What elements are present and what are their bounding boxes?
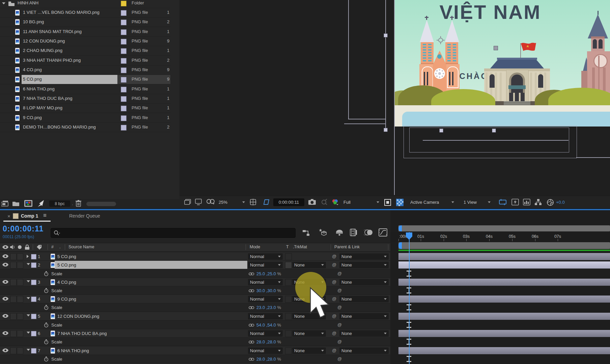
search-input[interactable] xyxy=(51,228,296,238)
frame-blending-icon[interactable] xyxy=(350,228,358,236)
source-name-column-header[interactable]: Source Name xyxy=(68,245,94,249)
label-swatch[interactable] xyxy=(121,39,127,45)
layer-row[interactable]: 6 7 NHA THO DUC BA.png Normal None @ Non… xyxy=(0,329,390,338)
composition-mini-flowchart-icon[interactable] xyxy=(302,229,311,236)
scale-property-row[interactable]: Scale 28.0 ,28.0 % @ xyxy=(0,338,390,346)
layer-duration-bar[interactable] xyxy=(398,330,610,337)
audio-column-icon[interactable] xyxy=(10,245,15,249)
scale-value[interactable]: 25.0 ,25.0 % xyxy=(256,271,281,276)
stopwatch-icon[interactable] xyxy=(44,305,49,310)
audio-cell[interactable] xyxy=(10,347,17,354)
stopwatch-icon[interactable] xyxy=(44,357,49,362)
tab-comp-1[interactable]: Comp 1 xyxy=(21,213,38,219)
link-dimensions-icon[interactable] xyxy=(249,272,254,276)
snapshot-camera-icon[interactable] xyxy=(308,199,316,205)
link-dimensions-icon[interactable] xyxy=(249,358,254,361)
graph-editor-icon[interactable] xyxy=(379,228,387,236)
rocket-icon[interactable] xyxy=(37,200,45,207)
chevron-down-icon[interactable] xyxy=(27,314,30,316)
pickwhip-icon[interactable]: @ xyxy=(332,262,336,267)
lock-cell[interactable] xyxy=(17,279,23,286)
parent-dropdown[interactable]: None xyxy=(339,330,389,337)
file-row[interactable]: 7 NHA THO DUC BA.png PNG file 1 xyxy=(0,94,170,104)
link-dimensions-icon[interactable] xyxy=(249,306,254,309)
layer-row[interactable]: 7 6 NHA THO.png Normal None @ None xyxy=(0,346,390,355)
trkmat-column-header[interactable]: .TrkMat xyxy=(293,245,307,249)
lock-cell[interactable] xyxy=(17,296,23,303)
label-swatch[interactable] xyxy=(121,77,127,83)
work-area-start-handle[interactable] xyxy=(398,242,402,249)
blend-mode-dropdown[interactable]: Normal xyxy=(248,279,283,285)
solo-column-icon[interactable] xyxy=(18,245,22,249)
parent-dropdown[interactable]: None xyxy=(339,279,389,285)
track-matte-toggle-cell[interactable] xyxy=(285,262,292,269)
shy-layers-icon[interactable] xyxy=(335,229,343,236)
pickwhip-icon[interactable]: @ xyxy=(332,348,336,353)
scale-property-label[interactable]: Scale xyxy=(51,323,62,328)
eye-icon[interactable] xyxy=(2,263,8,267)
chevron-down-icon[interactable] xyxy=(27,349,30,351)
layer-row[interactable]: 1 5 CO.png Normal @ None xyxy=(0,252,390,261)
navigator-start-handle[interactable] xyxy=(398,225,402,231)
layer-duration-bar[interactable] xyxy=(398,279,610,286)
track-matte-toggle-cell[interactable] xyxy=(285,330,292,337)
resolution-dropdown[interactable]: Full xyxy=(343,200,351,205)
file-row[interactable]: 4 CO.png PNG file 9 xyxy=(0,65,170,75)
tab-render-queue[interactable]: Render Queue xyxy=(69,213,100,219)
track-matte-dropdown[interactable]: None xyxy=(292,330,326,337)
blend-mode-dropdown[interactable]: Normal xyxy=(248,347,283,354)
show-snapshot-icon[interactable] xyxy=(321,199,327,205)
t-column-header[interactable]: T xyxy=(286,245,289,249)
layer-name[interactable]: 5 CO.png xyxy=(57,262,76,268)
file-row[interactable]: 9 CO.png PNG file 1 xyxy=(0,113,170,123)
file-row[interactable]: 6 NHA THO.png PNG file 1 xyxy=(0,85,170,94)
chevron-down-icon[interactable] xyxy=(27,332,30,334)
draft-3d-icon[interactable] xyxy=(318,228,327,236)
histogram-icon[interactable] xyxy=(523,199,530,205)
blend-mode-dropdown[interactable]: Normal xyxy=(248,262,283,268)
magnification-dropdown[interactable]: 25% xyxy=(219,200,227,205)
layer-label-swatch[interactable] xyxy=(31,297,36,302)
label-swatch[interactable] xyxy=(121,96,127,102)
scale-value[interactable]: 28.0 ,28.0 % xyxy=(256,357,281,362)
always-preview-icon[interactable] xyxy=(184,199,191,205)
scale-value[interactable]: 54.0 ,54.0 % xyxy=(256,323,281,328)
track-matte-dropdown[interactable]: None xyxy=(292,347,326,354)
interpret-footage-icon[interactable] xyxy=(1,201,9,206)
scale-property-row[interactable]: Scale 54.0 ,54.0 % @ xyxy=(0,321,390,329)
view-layout-camera-dropdown[interactable]: Active Camera xyxy=(410,200,439,205)
eye-icon[interactable] xyxy=(2,348,8,352)
parent-dropdown[interactable]: None xyxy=(339,262,389,268)
target-region-icon[interactable] xyxy=(384,199,391,206)
layer-duration-bar[interactable] xyxy=(398,296,610,303)
scale-value[interactable]: 23.0 ,23.0 % xyxy=(256,305,281,310)
lock-cell[interactable] xyxy=(17,262,23,269)
mini-flowchart-icon[interactable] xyxy=(534,199,542,205)
link-dimensions-icon[interactable] xyxy=(249,340,254,344)
scale-value[interactable]: 30.0 ,30.0 % xyxy=(256,288,281,293)
exposure-value[interactable]: +0.0 xyxy=(556,200,565,205)
pickwhip-icon[interactable]: @ xyxy=(337,288,342,293)
label-swatch[interactable] xyxy=(121,10,127,16)
lock-cell[interactable] xyxy=(17,330,23,337)
grid-guides-icon[interactable] xyxy=(250,199,256,205)
lock-cell[interactable] xyxy=(17,253,23,260)
layer-name[interactable]: 9 CO.png xyxy=(57,297,76,302)
layer-row-selected[interactable]: 2 5 CO.png Normal None @ None xyxy=(0,261,390,269)
channel-rgb-icon[interactable] xyxy=(331,199,339,205)
layer-label-swatch[interactable] xyxy=(31,314,36,319)
3d-view-icon[interactable] xyxy=(499,199,507,205)
chevron-right-icon[interactable] xyxy=(27,255,29,258)
folder-row[interactable]: HINH ANH Folder xyxy=(0,0,170,8)
new-folder-icon[interactable] xyxy=(12,200,20,206)
mask-visibility-icon[interactable] xyxy=(206,199,215,204)
pickwhip-icon[interactable]: @ xyxy=(337,356,342,361)
layer-label-swatch[interactable] xyxy=(31,348,36,354)
label-column-icon[interactable] xyxy=(36,245,42,250)
pickwhip-icon[interactable]: @ xyxy=(337,271,342,276)
track-matte-toggle-cell[interactable] xyxy=(285,296,292,303)
pickwhip-icon[interactable]: @ xyxy=(332,254,336,259)
anchor-point-icon[interactable] xyxy=(437,36,445,44)
selection-handle[interactable] xyxy=(492,129,496,133)
file-row[interactable]: 10 BG.png PNG file 2 xyxy=(0,18,170,27)
